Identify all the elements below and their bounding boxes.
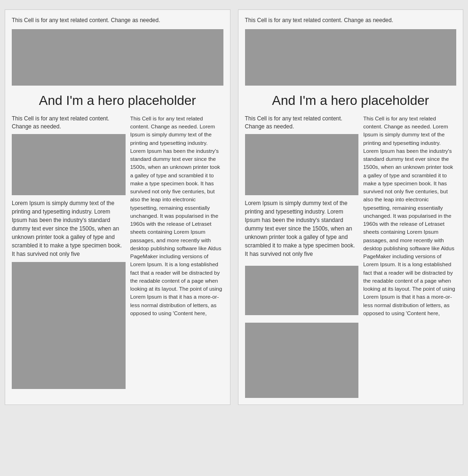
card-1: This Cell is for any text related conten…	[5, 9, 230, 405]
card-2: This Cell is for any text related conten…	[238, 9, 464, 405]
card2-col-right: This Cell is for any text related conten…	[363, 115, 456, 398]
card1-right-text: This Cell is for any text related conten…	[130, 115, 223, 317]
card1-col-right: This Cell is for any text related conten…	[130, 115, 223, 389]
card1-left-image	[12, 134, 126, 195]
card1-top-label: This Cell is for any text related conten…	[12, 16, 223, 24]
card2-hero-image	[245, 29, 457, 86]
card2-left-label: This Cell is for any text related conten…	[245, 115, 359, 131]
card1-left-image2	[12, 262, 126, 389]
card1-left-label: This Cell is for any text related conten…	[12, 115, 126, 131]
card1-hero-image	[12, 29, 223, 86]
card2-hero-title: And I'm a hero placeholder	[245, 90, 457, 110]
card1-two-col: This Cell is for any text related conten…	[12, 115, 223, 389]
card2-left-image3	[245, 323, 359, 398]
card1-hero-title: And I'm a hero placeholder	[12, 90, 223, 110]
card1-col-left: This Cell is for any text related conten…	[12, 115, 126, 389]
card1-body-text: Lorem Ipsum is simply dummy text of the …	[12, 199, 126, 258]
card2-body-text: Lorem Ipsum is simply dummy text of the …	[245, 199, 359, 258]
card2-top-label: This Cell is for any text related conten…	[245, 16, 457, 24]
card2-col-left: This Cell is for any text related conten…	[245, 115, 359, 398]
card2-two-col: This Cell is for any text related conten…	[245, 115, 457, 398]
page-wrapper: This Cell is for any text related conten…	[5, 9, 463, 405]
card2-left-image2	[245, 266, 359, 315]
card2-right-text: This Cell is for any text related conten…	[363, 115, 456, 317]
card2-left-image	[245, 134, 359, 195]
